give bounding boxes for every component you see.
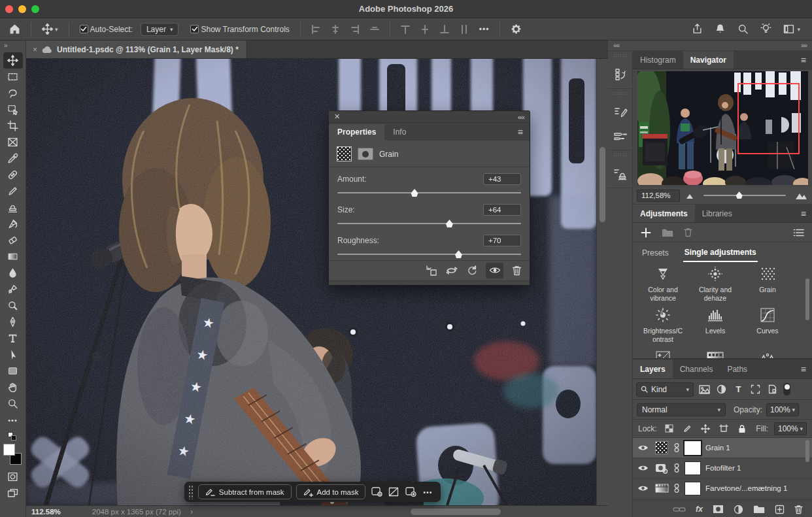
- filter-type-layers-button[interactable]: T: [732, 384, 745, 395]
- adjustment-color-balance[interactable]: [747, 350, 788, 358]
- spot-healing-brush-tool[interactable]: [3, 167, 23, 183]
- zoom-in-mountain-icon[interactable]: [795, 192, 808, 200]
- navigator-zoom-field[interactable]: 112,58%: [637, 190, 680, 202]
- rectangular-marquee-tool[interactable]: [3, 69, 23, 85]
- frame-tool[interactable]: [3, 134, 23, 150]
- hue-saturation-layer-icon[interactable]: [654, 481, 669, 495]
- home-button[interactable]: [7, 22, 23, 37]
- adjustment-brightness-contrast[interactable]: Brightness/Contrast: [643, 307, 683, 343]
- slider-thumb[interactable]: [736, 192, 743, 199]
- rectangle-tool[interactable]: [3, 363, 23, 379]
- workspace-switcher[interactable]: ▾: [783, 24, 800, 35]
- notifications-bell-icon[interactable]: [715, 24, 726, 35]
- align-top-edges-button[interactable]: [367, 23, 382, 36]
- status-zoom-field[interactable]: 112.58%: [31, 508, 61, 516]
- layer-visibility-toggle[interactable]: [635, 484, 650, 492]
- more-align-options-button[interactable]: •••: [477, 23, 492, 36]
- layer-styles-icon[interactable]: fx: [696, 505, 703, 514]
- move-tool-preset[interactable]: ▾: [39, 22, 61, 37]
- edit-toolbar-button[interactable]: •••: [3, 412, 23, 428]
- history-panel-icon[interactable]: [613, 67, 628, 82]
- layer-row-grain-1[interactable]: Grain 1: [633, 438, 812, 458]
- object-selection-tool[interactable]: [3, 101, 23, 118]
- quick-mask-button[interactable]: [3, 469, 23, 485]
- align-horizontal-centers-button[interactable]: [328, 23, 343, 36]
- slider-thumb[interactable]: [445, 220, 454, 227]
- color-swatches[interactable]: [3, 444, 23, 467]
- minimize-window-button[interactable]: [18, 5, 26, 13]
- blur-tool[interactable]: [3, 265, 23, 281]
- brushes-panel-icon[interactable]: [613, 129, 628, 143]
- tab-libraries[interactable]: Libraries: [695, 205, 739, 222]
- lock-transparency-button[interactable]: [663, 423, 675, 435]
- show-transform-checkbox[interactable]: Show Transform Controls: [188, 23, 292, 36]
- mask-link-icon[interactable]: [673, 463, 680, 473]
- taskbar-drag-handle[interactable]: [188, 485, 194, 499]
- layer-mask-thumbnail[interactable]: [685, 441, 701, 455]
- list-view-icon[interactable]: [793, 228, 804, 237]
- tab-adjustments[interactable]: Adjustments: [633, 205, 695, 222]
- distribute-top-button[interactable]: [398, 23, 413, 36]
- collapse-panel-icon[interactable]: ««: [518, 113, 524, 121]
- delete-adjustment-icon[interactable]: [512, 265, 522, 276]
- tab-paths[interactable]: Paths: [720, 359, 754, 378]
- layer-mask-thumbnail[interactable]: [358, 148, 373, 160]
- lock-all-button[interactable]: [736, 423, 749, 435]
- blend-mode-dropdown[interactable]: Normal ▾: [637, 403, 726, 416]
- eraser-tool[interactable]: [3, 232, 23, 248]
- layer-row-fotofilter-1[interactable]: Fotofilter 1: [633, 458, 812, 478]
- clip-to-layer-icon[interactable]: [425, 265, 437, 276]
- status-chevron-icon[interactable]: ›: [190, 507, 193, 516]
- crop-tool[interactable]: [3, 118, 23, 134]
- hand-tool[interactable]: [3, 379, 23, 395]
- filter-adjustment-layers-button[interactable]: [715, 384, 728, 395]
- slider-thumb[interactable]: [454, 250, 463, 258]
- new-group-folder-icon[interactable]: [753, 505, 765, 514]
- adjustment-layer-icon[interactable]: [654, 441, 669, 455]
- document-tab[interactable]: × Untitled-1.psdc @ 113% (Grain 1, Layer…: [26, 41, 247, 58]
- share-icon[interactable]: [692, 24, 703, 35]
- add-to-mask-button[interactable]: Add to mask: [296, 484, 366, 499]
- show-mask-button[interactable]: [405, 485, 417, 499]
- zoom-out-mountain-icon[interactable]: [685, 192, 694, 199]
- navigator-view-box[interactable]: [737, 83, 800, 154]
- adjustment-levels[interactable]: Levels: [695, 307, 736, 343]
- tab-info[interactable]: Info: [384, 124, 414, 141]
- tab-properties[interactable]: Properties: [329, 124, 384, 141]
- zoom-window-button[interactable]: [31, 5, 39, 13]
- roughness-value-field[interactable]: +70: [483, 235, 521, 246]
- size-value-field[interactable]: +64: [483, 204, 521, 216]
- navigator-zoom-slider[interactable]: [700, 191, 790, 200]
- horizontal-scrollbar[interactable]: [411, 509, 501, 515]
- lock-position-button[interactable]: [700, 423, 712, 435]
- photo-filter-layer-icon[interactable]: [654, 461, 669, 475]
- disable-mask-button[interactable]: [388, 485, 400, 499]
- gradient-tool[interactable]: [3, 248, 23, 265]
- vertical-scrollbar[interactable]: [600, 147, 605, 222]
- zoom-tool[interactable]: [3, 395, 23, 412]
- properties-panel-header[interactable]: ✕ ««: [329, 111, 530, 123]
- new-layer-icon[interactable]: [775, 505, 785, 514]
- adjustment-clarity-dehaze[interactable]: Clarity and dehaze: [695, 265, 736, 302]
- layer-row-farvetone-1[interactable]: Farvetone/...emætning 1: [633, 478, 812, 499]
- discover-lightbulb-icon[interactable]: [760, 24, 771, 35]
- panel-resize-grip[interactable]: [329, 280, 530, 285]
- smudge-tool[interactable]: [3, 281, 23, 297]
- collapse-tools-chevron[interactable]: »: [0, 41, 25, 52]
- eyedropper-tool[interactable]: [3, 150, 23, 167]
- adjustment-photo-filter[interactable]: [695, 350, 736, 358]
- clone-source-panel-icon[interactable]: [613, 167, 628, 181]
- subtract-from-mask-button[interactable]: Subtract from mask: [198, 484, 292, 499]
- expand-panels-chevron[interactable]: »»: [801, 42, 807, 49]
- mask-link-icon[interactable]: [673, 442, 680, 453]
- toggle-visibility-button[interactable]: [486, 263, 503, 278]
- lasso-tool[interactable]: [3, 85, 23, 101]
- distribute-horizontal-button[interactable]: [457, 23, 471, 36]
- path-selection-tool[interactable]: [3, 346, 23, 363]
- tool-settings-button[interactable]: [508, 22, 524, 37]
- layer-visibility-toggle[interactable]: [635, 444, 650, 452]
- layer-visibility-toggle[interactable]: [635, 464, 650, 472]
- lock-pixels-button[interactable]: [681, 423, 694, 435]
- group-folder-icon[interactable]: [662, 228, 673, 237]
- auto-select-target-dropdown[interactable]: Layer ▾: [141, 23, 179, 36]
